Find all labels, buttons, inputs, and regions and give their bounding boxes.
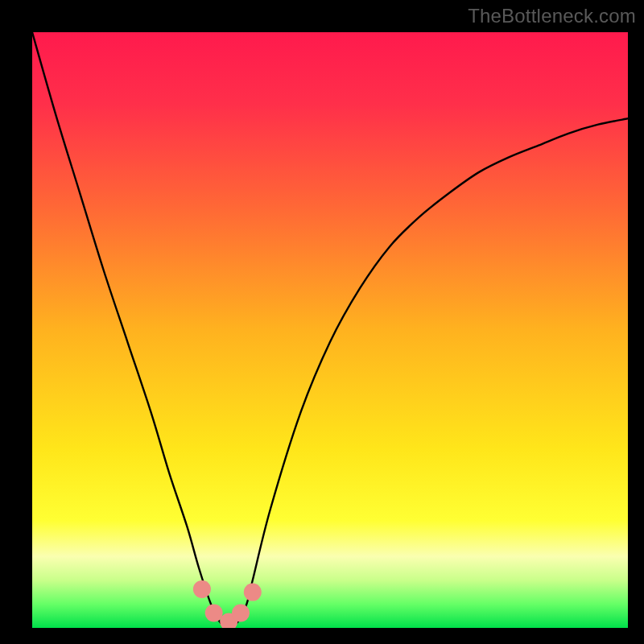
watermark-text: TheBottleneck.com [468, 5, 636, 27]
curve-marker [232, 605, 250, 622]
chart-frame: TheBottleneck.com [0, 0, 644, 644]
curve-marker [244, 584, 262, 601]
chart-svg [32, 32, 628, 628]
curve-marker [205, 605, 223, 622]
curve-marker [193, 580, 211, 598]
plot-area [32, 32, 628, 628]
gradient-background [32, 32, 628, 628]
